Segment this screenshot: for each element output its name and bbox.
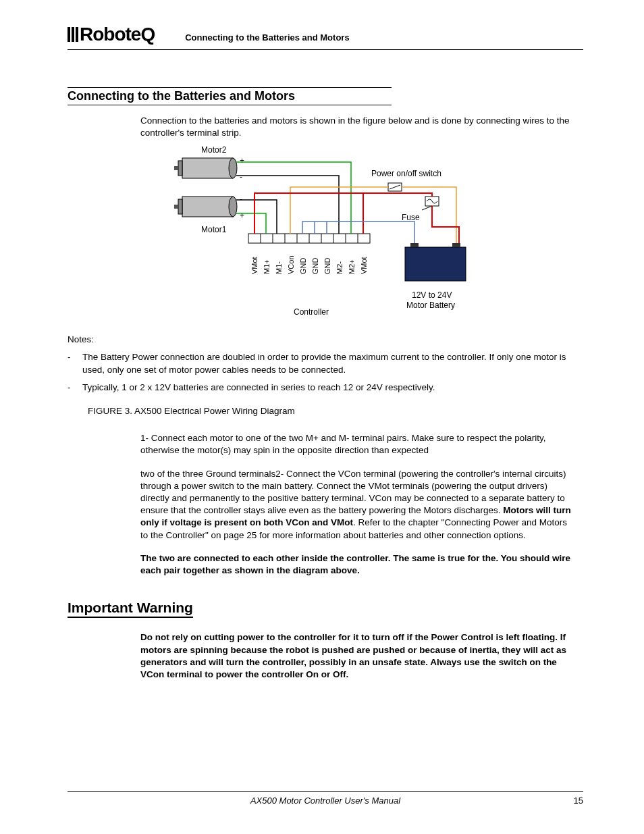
intro-paragraph: Connection to the batteries and motors i… — [140, 115, 576, 139]
body-paragraph: 1- Connect each motor to one of the two … — [140, 432, 576, 457]
svg-rect-0 — [182, 158, 233, 178]
battery-label-2: Motor Battery — [406, 301, 455, 310]
figure-caption: FIGURE 3. AX500 Electrical Power Wiring … — [88, 406, 583, 416]
logo-bars-icon — [68, 27, 78, 42]
motor2-label: Motor2 — [201, 146, 227, 155]
svg-text:GND: GND — [311, 258, 319, 275]
svg-point-7 — [229, 197, 237, 217]
body-paragraph: two of the three Ground terminals2- Conn… — [140, 468, 576, 542]
footer-title: AX500 Motor Controller User's Manual — [250, 796, 400, 806]
terminal-strip — [248, 234, 370, 243]
warning-heading: Important Warning — [68, 600, 193, 618]
svg-rect-31 — [452, 243, 460, 247]
terminal-labels: VMot M1+ M1- VCon GND GND GND M2- M2+ VM… — [250, 256, 368, 275]
note-text: The Battery Power connection are doubled… — [82, 351, 583, 375]
svg-rect-5 — [178, 199, 182, 214]
m1-minus: - — [240, 194, 242, 204]
controller-label: Controller — [294, 307, 329, 317]
notes-heading: Notes: — [68, 334, 583, 344]
svg-text:M1+: M1+ — [263, 260, 271, 275]
fuse-label: Fuse — [402, 213, 420, 222]
svg-text:VMot: VMot — [250, 257, 259, 275]
note-text: Typically, 1 or 2 x 12V batteries are co… — [82, 382, 435, 394]
logo-text: RoboteQ — [80, 24, 155, 45]
m1-plus: + — [240, 211, 244, 220]
svg-text:GND: GND — [323, 258, 331, 275]
svg-text:M2-: M2- — [336, 261, 344, 274]
m2-minus: - — [240, 172, 242, 182]
page-number: 15 — [574, 796, 583, 806]
svg-rect-1 — [178, 161, 182, 176]
section-heading: Connecting to the Batteries and Motors — [68, 87, 392, 105]
page-footer: AX500 Motor Controller User's Manual 15 — [68, 791, 583, 806]
svg-text:VCon: VCon — [287, 256, 295, 275]
note-item: -The Battery Power connection are double… — [68, 351, 583, 375]
brand-logo: RoboteQ — [68, 24, 155, 45]
battery-icon — [405, 247, 466, 281]
body-paragraph: The two are connected to each other insi… — [140, 552, 576, 577]
warning-paragraph: Do not rely on cutting power to the cont… — [140, 631, 576, 681]
header-running-title: Connecting to the Batteries and Motors — [185, 32, 349, 45]
svg-text:GND: GND — [299, 258, 307, 275]
switch-label: Power on/off switch — [371, 169, 441, 178]
svg-rect-2 — [174, 166, 178, 170]
svg-rect-4 — [182, 197, 233, 217]
battery-label-1: 12V to 24V — [412, 290, 452, 300]
motor1-label: Motor1 — [201, 225, 227, 234]
m2-plus: + — [240, 156, 244, 165]
wiring-diagram: Motor2 + - - + Motor1 — [169, 146, 547, 321]
svg-line-29 — [422, 206, 432, 210]
page-header: RoboteQ Connecting to the Batteries and … — [68, 24, 583, 50]
svg-point-3 — [229, 158, 237, 178]
note-item: -Typically, 1 or 2 x 12V batteries are c… — [68, 382, 583, 394]
svg-rect-30 — [410, 243, 419, 247]
svg-rect-6 — [174, 205, 178, 209]
svg-text:M1-: M1- — [275, 261, 283, 274]
svg-text:VMot: VMot — [360, 257, 368, 275]
svg-text:M2+: M2+ — [348, 260, 356, 275]
